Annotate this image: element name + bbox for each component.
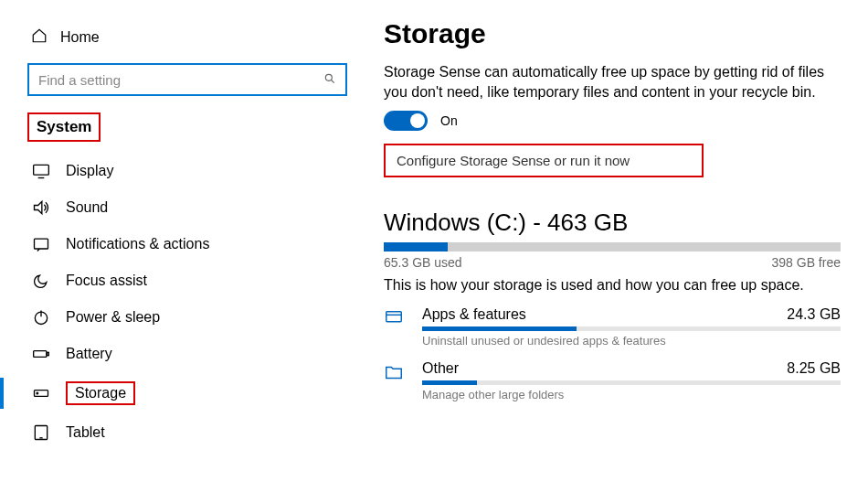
category-other[interactable]: Other 8.25 GB Manage other large folders bbox=[384, 360, 841, 401]
settings-sidebar: Home System Display Sound Notifications … bbox=[0, 0, 365, 503]
search-input-wrapper[interactable] bbox=[27, 63, 347, 96]
storage-sense-toggle[interactable] bbox=[384, 111, 428, 131]
drive-usage-bar-fill bbox=[384, 242, 448, 252]
sidebar-item-sound[interactable]: Sound bbox=[27, 189, 347, 226]
category-bar bbox=[422, 380, 841, 385]
svg-rect-5 bbox=[35, 239, 48, 249]
configure-storage-sense-link[interactable]: Configure Storage Sense or run it now bbox=[384, 144, 704, 177]
svg-point-0 bbox=[325, 74, 332, 80]
storage-icon bbox=[31, 384, 51, 402]
sidebar-item-label: Storage bbox=[66, 381, 135, 405]
drive-usage-bar bbox=[384, 242, 841, 252]
category-body: Apps & features 24.3 GB Uninstall unused… bbox=[422, 306, 841, 348]
sidebar-item-display[interactable]: Display bbox=[27, 153, 347, 189]
category-subtitle: Manage other large folders bbox=[422, 388, 841, 401]
home-label: Home bbox=[60, 29, 100, 46]
category-apps-features[interactable]: Apps & features 24.3 GB Uninstall unused… bbox=[384, 306, 841, 348]
svg-rect-14 bbox=[386, 312, 402, 322]
sound-icon bbox=[31, 198, 51, 217]
section-header-system: System bbox=[27, 112, 101, 142]
category-name: Other bbox=[422, 360, 459, 377]
folder-icon bbox=[384, 360, 408, 385]
home-icon bbox=[31, 27, 48, 47]
drive-usage-labels: 65.3 GB used 398 GB free bbox=[384, 255, 841, 270]
display-icon bbox=[31, 162, 51, 180]
used-label: 65.3 GB used bbox=[384, 255, 462, 270]
svg-line-1 bbox=[332, 80, 334, 82]
toggle-label: On bbox=[440, 113, 458, 128]
battery-icon bbox=[31, 345, 51, 363]
sidebar-item-label: Focus assist bbox=[66, 273, 147, 289]
category-name: Apps & features bbox=[422, 306, 526, 323]
category-bar-fill bbox=[422, 326, 577, 331]
sidebar-item-label: Battery bbox=[66, 346, 112, 362]
notifications-icon bbox=[31, 235, 51, 253]
svg-rect-8 bbox=[34, 351, 47, 358]
category-size: 8.25 GB bbox=[787, 360, 841, 377]
sidebar-item-label: Notifications & actions bbox=[66, 236, 209, 252]
apps-features-icon bbox=[384, 306, 408, 331]
focus-assist-icon bbox=[31, 272, 51, 290]
sidebar-item-focus-assist[interactable]: Focus assist bbox=[27, 262, 347, 299]
nav-list: Display Sound Notifications & actions Fo… bbox=[27, 153, 347, 451]
sidebar-item-label: Sound bbox=[66, 199, 108, 216]
svg-rect-2 bbox=[34, 165, 49, 175]
sidebar-item-label: Power & sleep bbox=[66, 309, 160, 326]
main-pane: Storage Storage Sense can automatically … bbox=[365, 0, 868, 503]
category-bar bbox=[422, 326, 841, 331]
sidebar-item-label: Tablet bbox=[66, 424, 105, 441]
tablet-icon bbox=[31, 423, 51, 442]
category-size: 24.3 GB bbox=[787, 306, 841, 323]
category-body: Other 8.25 GB Manage other large folders bbox=[422, 360, 841, 401]
drive-title: Windows (C:) - 463 GB bbox=[384, 209, 841, 237]
sidebar-item-battery[interactable]: Battery bbox=[27, 336, 347, 372]
sidebar-item-storage[interactable]: Storage bbox=[27, 372, 347, 414]
storage-sense-description: Storage Sense can automatically free up … bbox=[384, 62, 841, 102]
category-bar-fill bbox=[422, 380, 477, 385]
sidebar-item-tablet[interactable]: Tablet bbox=[27, 414, 347, 451]
svg-point-11 bbox=[37, 392, 38, 394]
storage-sense-toggle-row: On bbox=[384, 111, 841, 131]
page-title: Storage bbox=[384, 18, 841, 49]
search-input[interactable] bbox=[38, 72, 306, 88]
svg-rect-9 bbox=[48, 352, 49, 355]
category-subtitle: Uninstall unused or undesired apps & fea… bbox=[422, 334, 841, 348]
svg-marker-4 bbox=[35, 201, 42, 213]
search-icon bbox=[323, 72, 336, 88]
sidebar-item-label: Display bbox=[66, 163, 113, 179]
power-icon bbox=[31, 308, 51, 326]
home-nav[interactable]: Home bbox=[31, 27, 347, 47]
usage-description: This is how your storage is used and how… bbox=[384, 277, 841, 294]
sidebar-item-notifications[interactable]: Notifications & actions bbox=[27, 226, 347, 262]
sidebar-item-power-sleep[interactable]: Power & sleep bbox=[27, 299, 347, 336]
free-label: 398 GB free bbox=[772, 255, 842, 270]
